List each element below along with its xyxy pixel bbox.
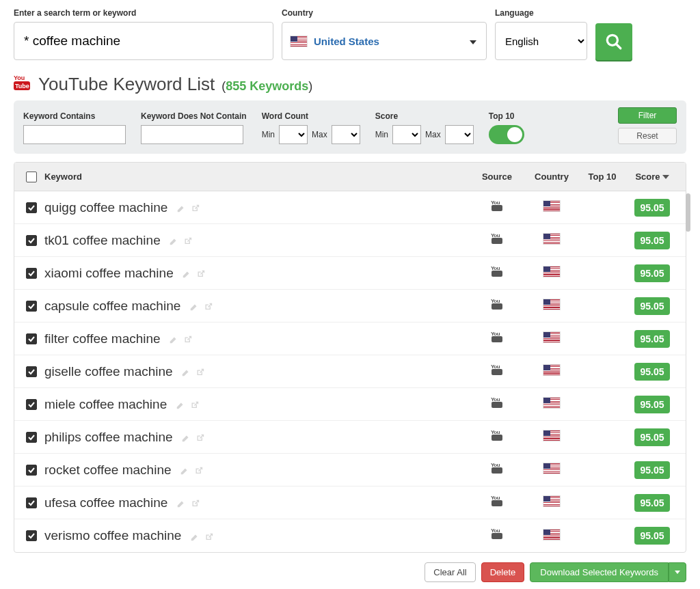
youtube-source-icon: You (489, 202, 504, 211)
filter-not-contain-input[interactable] (141, 125, 243, 144)
language-select[interactable]: English (495, 22, 587, 60)
max-label: Max (312, 130, 327, 139)
keyword-count: 855 Keywords (226, 79, 308, 93)
edit-icon[interactable] (176, 400, 185, 410)
keyword-text: quigg coffee machine (44, 200, 167, 215)
table-row: capsule coffee machine You 95.05 (14, 290, 686, 323)
external-link-icon[interactable] (204, 532, 213, 542)
filter-buttons: Filter Reset (618, 107, 677, 144)
external-link-icon[interactable] (195, 368, 204, 377)
search-input[interactable] (14, 22, 273, 60)
filter-not-contain-label: Keyword Does Not Contain (141, 111, 247, 121)
col-country[interactable]: Country (524, 172, 579, 182)
edit-icon[interactable] (176, 499, 186, 508)
external-link-icon[interactable] (190, 204, 200, 213)
footer-actions: Clear All Delete Download Selected Keywo… (14, 562, 686, 582)
edit-icon[interactable] (181, 368, 191, 377)
edit-icon[interactable] (189, 302, 199, 312)
filter-contains-input[interactable] (23, 125, 126, 144)
external-link-icon[interactable] (183, 335, 192, 344)
score-badge: 95.05 (634, 199, 669, 217)
edit-icon[interactable] (169, 236, 178, 246)
us-flag-icon (543, 299, 560, 310)
youtube-source-icon: You (489, 333, 504, 342)
score-max-select[interactable] (445, 125, 474, 144)
col-keyword[interactable]: Keyword (42, 172, 470, 182)
country-label: Country (282, 8, 487, 18)
select-all-checkbox[interactable] (26, 172, 37, 182)
edit-icon[interactable] (190, 532, 200, 542)
keyword-text: tk01 coffee machine (44, 233, 161, 247)
row-checkbox[interactable] (26, 333, 37, 344)
score-badge: 95.05 (634, 264, 669, 282)
top10-toggle[interactable] (489, 125, 524, 144)
edit-icon[interactable] (176, 204, 186, 213)
table-row: quigg coffee machine You 95.05 (14, 191, 686, 224)
clear-all-button[interactable]: Clear All (425, 562, 475, 582)
row-checkbox[interactable] (26, 235, 37, 246)
filter-button[interactable]: Filter (618, 107, 677, 124)
row-checkbox[interactable] (26, 268, 37, 279)
score-badge: 95.05 (634, 461, 669, 479)
external-link-icon[interactable] (193, 466, 203, 476)
score-min-select[interactable] (392, 125, 421, 144)
us-flag-icon (543, 496, 560, 506)
external-link-icon[interactable] (189, 400, 199, 410)
min-label: Min (262, 130, 275, 139)
filter-score-group: Score Min Max (375, 111, 474, 144)
download-dropdown-button[interactable] (669, 562, 686, 582)
filter-wordcount-label: Word Count (262, 111, 360, 121)
external-link-icon[interactable] (196, 269, 205, 279)
delete-button[interactable]: Delete (481, 562, 525, 582)
download-button[interactable]: Download Selected Keywords (530, 562, 669, 582)
youtube-source-icon: You (489, 464, 504, 474)
edit-icon[interactable] (180, 466, 189, 476)
edit-icon[interactable] (182, 269, 191, 279)
row-checkbox[interactable] (26, 497, 37, 508)
filter-bar: Keyword Contains Keyword Does Not Contai… (14, 100, 686, 154)
table-row: xiaomi coffee machine You 95.05 (14, 257, 686, 290)
col-top10[interactable]: Top 10 (579, 172, 625, 182)
search-label: Enter a search term or keyword (14, 8, 273, 18)
score-badge: 95.05 (634, 232, 669, 249)
keyword-text: filter coffee machine (44, 331, 161, 346)
wordcount-min-select[interactable] (279, 125, 308, 144)
keyword-text: philips coffee machine (44, 430, 173, 444)
table-header: Keyword Source Country Top 10 Score (14, 163, 686, 191)
row-checkbox[interactable] (26, 366, 37, 377)
external-link-icon[interactable] (183, 236, 192, 246)
chevron-down-icon (675, 571, 680, 574)
wordcount-max-select[interactable] (332, 125, 360, 144)
edit-icon[interactable] (169, 335, 178, 344)
keyword-text: ufesa coffee machine (44, 495, 167, 510)
svg-text:You: You (14, 74, 25, 81)
row-checkbox[interactable] (26, 465, 37, 476)
reset-button[interactable]: Reset (618, 128, 677, 144)
search-button[interactable] (595, 23, 632, 60)
edit-icon[interactable] (181, 433, 191, 443)
language-group: Language English (495, 8, 587, 60)
row-checkbox[interactable] (26, 432, 37, 443)
search-term-group: Enter a search term or keyword (14, 8, 273, 60)
row-checkbox[interactable] (26, 530, 37, 541)
external-link-icon[interactable] (195, 433, 204, 443)
row-checkbox[interactable] (26, 301, 37, 312)
youtube-source-icon: You (489, 398, 504, 408)
row-checkbox[interactable] (26, 202, 37, 213)
svg-line-2 (616, 44, 621, 49)
country-select[interactable]: United States (282, 22, 487, 60)
col-source[interactable]: Source (470, 172, 524, 182)
row-checkbox[interactable] (26, 399, 37, 410)
external-link-icon[interactable] (190, 499, 200, 508)
list-title-row: You Tube YouTube Keyword List (855 Keywo… (14, 74, 686, 95)
keyword-text: verismo coffee machine (44, 528, 181, 543)
table-wrapper: Keyword Source Country Top 10 Score quig… (14, 162, 686, 553)
col-score[interactable]: Score (625, 172, 679, 182)
score-badge: 95.05 (634, 396, 669, 413)
youtube-source-icon: You (489, 234, 504, 244)
download-group: Download Selected Keywords (530, 562, 686, 582)
external-link-icon[interactable] (203, 302, 213, 312)
score-badge: 95.05 (634, 330, 669, 348)
scrollbar[interactable] (686, 193, 690, 232)
language-label: Language (495, 8, 587, 18)
